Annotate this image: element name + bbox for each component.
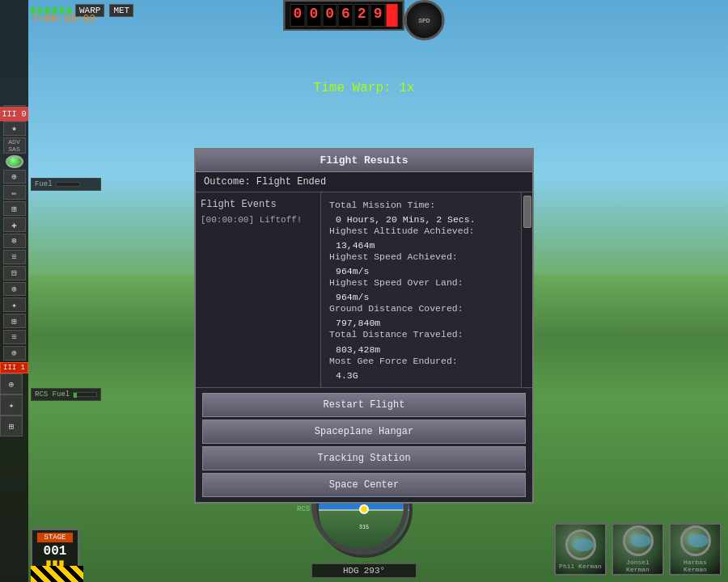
- toolbar-icon-5[interactable]: ⊗: [3, 234, 26, 248]
- event-name-0: Liftoff!: [260, 215, 303, 225]
- flight-results-dialog: Flight Results Outcome: Flight Ended Fli…: [194, 148, 534, 504]
- total-mission-time-value: 0 Hours, 20 Mins, 2 Secs.: [329, 214, 513, 225]
- mission-timer: T+00:20:02: [32, 13, 95, 25]
- prograde-indicator: [359, 504, 369, 514]
- ground-distance-value: 797,840m: [329, 318, 513, 328]
- toolbar-icon-9[interactable]: ✦: [3, 297, 26, 312]
- toolbar-icon-2[interactable]: ✏: [3, 185, 26, 200]
- crew-helmet-1: [623, 525, 654, 556]
- navball-ground: [319, 509, 409, 555]
- left-toolbar: III 0 ▲ ★ ADVSAS ⊕ ✏ ⊞ ✚ ⊗ ≡ ⊟ ⊕ ✦ ⊞ ≡ ⊕…: [0, 0, 28, 582]
- crew-name-0: Phil Kerman: [559, 563, 602, 570]
- crew-panel: Phil Kerman Jonsel Kerman Harbas Kerman: [554, 523, 722, 576]
- crew-helmet-0: [565, 529, 596, 560]
- crew-visor-2: [688, 534, 709, 547]
- crew-portrait-0: Phil Kerman: [554, 523, 607, 576]
- resource-panel: Fuel RCS Fuel: [31, 178, 101, 401]
- fuel-bar-bg: [56, 182, 80, 187]
- rcs-resource: RCS Fuel: [31, 388, 101, 401]
- highest-speed-value: 964m/s: [329, 266, 513, 276]
- toolbar-icon-3[interactable]: ⊞: [3, 201, 26, 216]
- space-center-button[interactable]: Space Center: [202, 473, 526, 497]
- event-time-0: [00:00:00]: [201, 215, 254, 225]
- crew-helmet-2: [680, 525, 711, 556]
- toolbar-badge-bottom: III 1: [0, 362, 28, 373]
- digit-2: 0: [322, 4, 337, 27]
- max-gee-value: 4.3G: [329, 370, 513, 381]
- total-mission-time-label: Total Mission Time:: [329, 199, 513, 212]
- total-distance-label: Total Distance Traveled:: [329, 328, 513, 341]
- flight-counter: 0 0 0 6 2 9 SPD: [284, 0, 445, 40]
- dialog-title: Flight Results: [196, 150, 532, 172]
- events-title: Flight Events: [201, 199, 315, 210]
- crew-name-1: Jonsel Kerman: [613, 559, 662, 573]
- highest-speed-over-land-label: Highest Speed Over Land:: [329, 276, 513, 289]
- events-panel: Flight Events [00:00:00] Liftoff!: [196, 192, 321, 387]
- restart-flight-button[interactable]: Restart Flight: [202, 393, 526, 417]
- toolbar-icon-4[interactable]: ✚: [3, 217, 26, 232]
- stats-panel: Total Mission Time: 0 Hours, 20 Mins, 2 …: [321, 192, 521, 387]
- highest-speed-label: Highest Speed Achieved:: [329, 251, 513, 264]
- stage-number: 001: [37, 544, 73, 559]
- toolbar-badge-top: III 0: [0, 107, 28, 121]
- scroll-thumb[interactable]: [523, 196, 531, 228]
- heading-bar: HDG 293°: [311, 563, 417, 578]
- event-entry-0: [00:00:00] Liftoff!: [201, 215, 315, 225]
- highest-speed-over-land-value: 964m/s: [329, 292, 513, 302]
- digit-4: 2: [354, 4, 370, 27]
- time-warp-display: Time Warp: 1x: [314, 81, 415, 95]
- crew-portrait-1: Jonsel Kerman: [612, 523, 664, 576]
- top-hud: WARP MET T+00:20:02 0 0 0 6 2 9 SPD: [0, 0, 728, 48]
- speedometer: SPD: [404, 0, 444, 40]
- toolbar-icon-bottom-2[interactable]: ✦: [0, 394, 23, 415]
- counter-marker: [386, 4, 397, 27]
- crew-portrait-2: Harbas Kerman: [669, 523, 722, 576]
- highest-altitude-value: 13,464m: [329, 240, 513, 251]
- fuel-label: Fuel: [35, 180, 53, 188]
- digit-0: 0: [290, 4, 306, 27]
- met-label: MET: [109, 4, 133, 17]
- toolbar-icon-6[interactable]: ≡: [3, 250, 26, 264]
- toolbar-icon-adv[interactable]: ADVSAS: [3, 137, 26, 154]
- toolbar-icon-bottom-1[interactable]: ⊕: [0, 373, 23, 394]
- crew-visor-0: [573, 538, 594, 551]
- crew-name-2: Harbas Kerman: [671, 559, 720, 573]
- rcs-bar-fill: [74, 393, 77, 398]
- toolbar-icon-8[interactable]: ⊕: [3, 282, 26, 297]
- digit-5: 9: [370, 4, 386, 27]
- digit-3: 6: [338, 4, 353, 27]
- max-gee-label: Most Gee Force Endured:: [329, 355, 513, 368]
- dialog-buttons: Restart Flight Spaceplane Hangar Trackin…: [196, 387, 532, 502]
- ground-distance-label: Ground Distance Covered:: [329, 302, 513, 315]
- fuel-resource: Fuel: [31, 178, 101, 191]
- digit-1: 0: [306, 4, 321, 27]
- toolbar-icon-1[interactable]: ⊕: [3, 170, 26, 184]
- total-distance-value: 803,428m: [329, 344, 513, 355]
- toolbar-icon-11[interactable]: ≡: [3, 330, 26, 344]
- toolbar-icon-12[interactable]: ⊕: [3, 346, 26, 361]
- dialog-body: Flight Events [00:00:00] Liftoff! Total …: [196, 192, 532, 387]
- navball-compass-315: 315: [359, 524, 370, 530]
- toolbar-icon-10[interactable]: ⊞: [3, 314, 26, 328]
- toolbar-icon-star[interactable]: ★: [3, 121, 26, 136]
- dialog-outcome: Outcome: Flight Ended: [196, 172, 532, 192]
- tracking-station-button[interactable]: Tracking Station: [202, 446, 526, 470]
- toolbar-sas-indicator[interactable]: [6, 155, 23, 168]
- heading-label: HDG: [343, 566, 359, 576]
- crew-visor-1: [630, 534, 651, 547]
- heading-value: 293°: [364, 566, 385, 576]
- counter-display: 0 0 0 6 2 9: [284, 0, 404, 31]
- highest-altitude-label: Highest Altitude Achieved:: [329, 225, 513, 238]
- rcs-bar-bg: [73, 392, 97, 397]
- spaceplane-hangar-button[interactable]: Spaceplane Hangar: [202, 420, 526, 444]
- dialog-scrollbar[interactable]: [521, 192, 532, 387]
- toolbar-icon-bottom-3[interactable]: ⊞: [0, 415, 23, 436]
- stage-label: STAGE: [37, 533, 73, 542]
- rcs-label: RCS Fuel: [35, 390, 70, 399]
- toolbar-icon-7[interactable]: ⊟: [3, 266, 26, 280]
- warning-bar: [31, 566, 83, 582]
- rcs-indicator-label: RCS: [297, 505, 310, 513]
